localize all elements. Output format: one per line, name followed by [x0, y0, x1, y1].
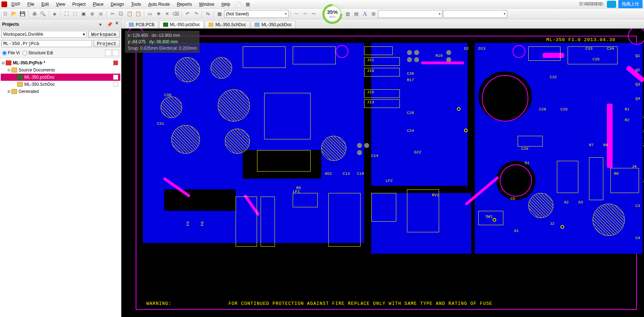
undo-icon[interactable]: ↶	[183, 10, 191, 18]
refdes: C13	[343, 172, 350, 176]
combo-2[interactable]: ▾	[443, 10, 507, 18]
move-icon[interactable]: ✥	[155, 10, 162, 18]
copy-icon[interactable]: ⿻	[117, 10, 125, 18]
save-icon[interactable]: 💾	[19, 10, 26, 18]
refdes: C29	[560, 107, 568, 112]
capacitor	[528, 193, 553, 218]
panel-opt-icon-1[interactable]	[105, 50, 111, 56]
workspace-button[interactable]: Workspace	[88, 31, 120, 38]
align-icon-2[interactable]: ▤	[352, 10, 360, 18]
collapse-icon[interactable]: ⊟	[1, 60, 6, 65]
via	[493, 218, 496, 222]
collapse-icon[interactable]: ⊟	[6, 68, 11, 73]
menu-help[interactable]: Help	[218, 1, 233, 8]
route-icon-1[interactable]: ⤳	[292, 10, 300, 18]
project-field[interactable]	[1, 40, 92, 47]
paste-icon[interactable]: 📋	[126, 10, 134, 18]
radio-structure[interactable]: Structure Edi	[22, 50, 53, 55]
refdes: F6	[200, 221, 205, 226]
menu-place[interactable]: Place	[90, 1, 106, 8]
app-logo-icon	[1, 1, 7, 7]
tab-pcb-pcb[interactable]: PCB.PCB	[125, 21, 159, 28]
component	[257, 150, 311, 172]
redo-icon[interactable]: ↷	[192, 10, 200, 18]
refdes: C32	[550, 75, 557, 79]
refdes: J19	[367, 69, 374, 73]
zoom-area-icon[interactable]: ⬚	[71, 10, 79, 18]
panel-menu-icon[interactable]: ▾	[96, 20, 104, 28]
pad	[446, 50, 451, 55]
layer-select[interactable]: (Not Saved) ▾	[224, 10, 288, 18]
combo-1[interactable]: ▾	[378, 10, 442, 18]
tree-generated[interactable]: ⊞ Generated	[1, 88, 120, 95]
clear-icon[interactable]: ⌫	[172, 10, 180, 18]
menu-dxp[interactable]: DXP	[9, 1, 23, 8]
layers-icon[interactable]: ◈	[51, 10, 59, 18]
zoom-in-icon[interactable]: ⊕	[88, 10, 96, 18]
menu-reports[interactable]: Reports	[174, 1, 195, 8]
refdes: J5	[643, 179, 644, 183]
zoom-fit-icon[interactable]: ⛶	[62, 10, 70, 18]
menu-view[interactable]: View	[53, 1, 68, 8]
pin-icon[interactable]: 📌	[106, 20, 114, 28]
panel-opt-icon-2[interactable]	[112, 50, 119, 56]
route-icon-2[interactable]: ⤳	[301, 10, 309, 18]
misc-icon[interactable]: ▦	[216, 10, 223, 18]
project-button[interactable]: Project	[94, 40, 120, 47]
chevron-down-icon: ▾	[285, 12, 287, 16]
menu-edit[interactable]: Edit	[39, 1, 52, 8]
radio-file-view[interactable]: File Vi	[2, 50, 20, 55]
menu-file[interactable]: File	[25, 1, 37, 8]
refdes: R2	[625, 118, 629, 122]
pcb-canvas[interactable]: x:-129.400 dx:-13.900 mm y:-84.075 dy:-3…	[121, 29, 644, 317]
trace	[421, 61, 464, 64]
open-icon[interactable]: 📂	[10, 10, 18, 18]
upload-button[interactable]: 拖拽上传	[618, 0, 643, 8]
tree-schdoc[interactable]: ML-350.SchDoc	[1, 81, 120, 88]
capacitor	[321, 136, 346, 161]
tree-pcbdoc[interactable]: ML-350.pcbDoc	[1, 74, 120, 81]
trace	[607, 104, 613, 168]
text-icon[interactable]: A	[361, 10, 369, 18]
menu-extra-icon-2[interactable]: ▦	[244, 0, 252, 8]
menu-window[interactable]: Window	[196, 1, 217, 8]
badge-rate: 0K/s	[329, 15, 336, 19]
route-icon-3[interactable]: ⤳	[310, 10, 317, 18]
zoom-out-icon[interactable]: ⊖	[97, 10, 105, 18]
component	[589, 157, 603, 200]
panel-title-label: Projects	[2, 22, 19, 27]
align-icon-1[interactable]: ▥	[344, 10, 352, 18]
refdes: J13	[367, 100, 374, 104]
new-icon[interactable]: 🗋	[1, 10, 9, 18]
menu-autoroute[interactable]: Auto Route	[145, 1, 172, 8]
refdes: C3	[635, 204, 640, 208]
refdes: C24	[407, 129, 414, 133]
tab-ml350-schdoc[interactable]: ML-350.SchDoc	[205, 21, 250, 28]
menu-extra-icon-1[interactable]: 📄	[235, 0, 242, 8]
grid-icon[interactable]: ⊞	[369, 10, 377, 18]
board-id-text: ML-350 F1.0 2013.04.30	[546, 37, 615, 43]
tab-ml350-pcbdoc-2[interactable]: ML-350.pcbDoc	[251, 21, 296, 28]
print-icon[interactable]: 🖶	[30, 10, 38, 18]
paste-special-icon[interactable]: 📋	[134, 10, 142, 18]
refdes: J2	[550, 222, 554, 226]
tab-ml350-pcbdoc[interactable]: ML-350.pcbDoc	[159, 21, 204, 28]
zoom-sel-icon[interactable]: ▣	[80, 10, 87, 18]
deselect-icon[interactable]: ✕	[163, 10, 171, 18]
menu-project[interactable]: Project	[70, 1, 89, 8]
close-icon[interactable]: ✕	[115, 20, 119, 28]
preview-icon[interactable]: 🔍	[39, 10, 47, 18]
tree-source-docs[interactable]: ⊟ Source Documents	[1, 66, 120, 74]
schdoc-icon	[208, 23, 213, 27]
tree-root[interactable]: ⊟ ML-350.PrjPcb *	[1, 59, 120, 66]
refdes: J7	[643, 129, 644, 133]
menu-tools[interactable]: Tools	[128, 1, 144, 8]
mounting-hole	[513, 45, 525, 58]
select-rect-icon[interactable]: ▭	[146, 10, 154, 18]
cloud-icon[interactable]	[607, 1, 616, 8]
cut-icon[interactable]: ✂	[109, 10, 116, 18]
workspace-combo[interactable]: Workspace1.DsnWrk ▾	[1, 31, 87, 38]
crossprobe-icon[interactable]: ⇆	[204, 10, 212, 18]
menu-design[interactable]: Design	[108, 1, 127, 8]
expand-icon[interactable]: ⊞	[6, 89, 11, 94]
